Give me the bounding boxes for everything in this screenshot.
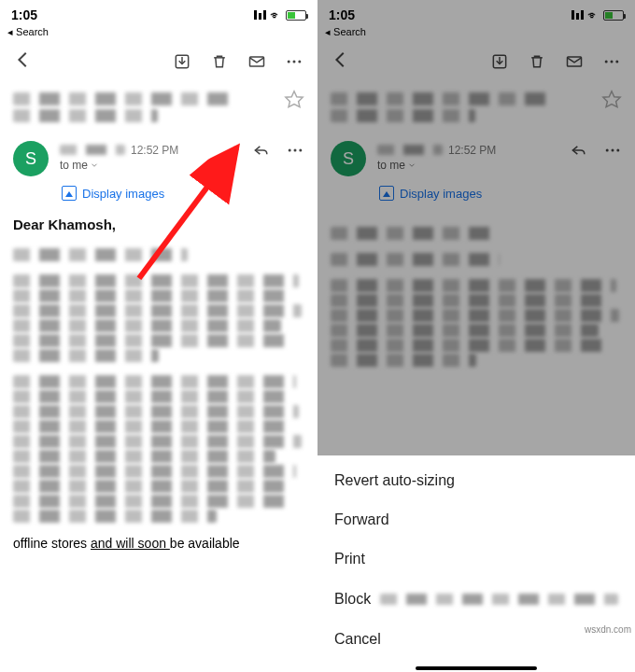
status-right: ᯤ: [254, 8, 306, 22]
subject-row: [0, 83, 318, 135]
more-icon[interactable]: [284, 51, 304, 72]
status-bar: 1:05 ᯤ: [0, 0, 318, 26]
trash-icon[interactable]: [209, 51, 230, 72]
battery-icon: [286, 10, 306, 21]
footer-text: offline stores and will soon be availabl…: [0, 536, 318, 551]
wifi-icon: ᯤ: [270, 8, 282, 22]
mail-icon[interactable]: [247, 51, 267, 72]
sheet-print[interactable]: Print: [318, 539, 635, 579]
timestamp: 12:52 PM: [131, 144, 178, 157]
message-more-icon[interactable]: [286, 141, 304, 163]
svg-point-7: [289, 149, 291, 152]
star-icon[interactable]: [284, 89, 304, 113]
status-time: 1:05: [11, 7, 37, 22]
sheet-forward[interactable]: Forward: [318, 500, 635, 539]
signal-icon: [254, 10, 266, 20]
right-screenshot: 1:05 ᯤ ◂ Search S 12:52 PM to me Display: [318, 0, 635, 672]
svg-point-4: [293, 61, 296, 63]
archive-icon[interactable]: [172, 51, 192, 72]
sheet-block[interactable]: Block: [318, 579, 635, 620]
svg-point-5: [298, 61, 301, 63]
svg-point-3: [288, 61, 290, 63]
svg-marker-6: [286, 91, 303, 107]
sheet-revert[interactable]: Revert auto-sizing: [318, 461, 635, 500]
image-icon: [62, 186, 77, 201]
back-search[interactable]: ◂ Search: [0, 26, 318, 42]
left-screenshot: 1:05 ᯤ ◂ Search: [0, 0, 318, 672]
svg-point-8: [294, 149, 297, 152]
svg-point-9: [299, 149, 302, 152]
back-icon[interactable]: [13, 49, 34, 74]
home-indicator: [416, 666, 537, 670]
avatar[interactable]: S: [13, 141, 49, 176]
action-sheet: Revert auto-sizing Forward Print Block C…: [318, 455, 635, 672]
watermark: wsxdn.com: [585, 624, 631, 635]
toolbar: [0, 42, 318, 83]
